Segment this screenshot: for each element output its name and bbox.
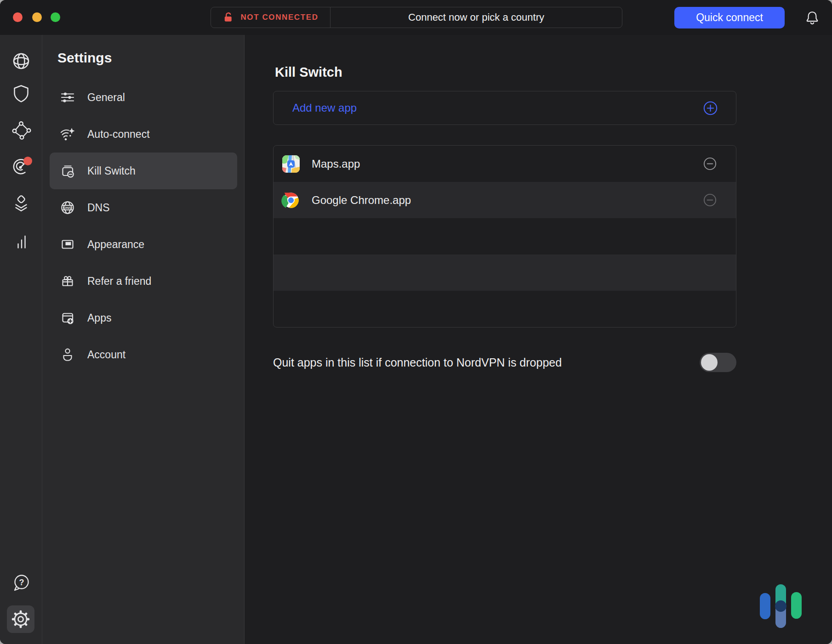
globe-icon [11,51,31,71]
nav-item-refer-a-friend[interactable]: Refer a friend [50,263,237,299]
nav-item-label: Account [87,349,125,361]
empty-list-row [274,291,736,327]
settings-sidebar: Settings General [42,35,245,644]
rail-item-meshnet[interactable] [11,120,31,140]
app-minus-icon [60,163,75,179]
rail-item-settings[interactable] [7,605,34,633]
settings-title: Settings [57,50,112,66]
quit-apps-setting-row: Quit apps in this list if connection to … [273,351,736,374]
connection-status-segment: NOT CONNECTED [211,7,331,28]
zoom-window-button[interactable] [51,12,60,22]
help-icon: ? [11,572,31,593]
nav-item-dns[interactable]: DNS DNS [50,189,237,226]
nordvpn-window: NOT CONNECTED Connect now or pick a coun… [0,0,832,644]
connection-status-text: NOT CONNECTED [240,13,318,22]
window-icon [60,237,75,252]
stats-icon [11,230,31,250]
app-row-google-chrome: Google Chrome.app [274,182,736,218]
rail-item-countries[interactable] [11,51,31,71]
country-picker[interactable]: Connect now or pick a country [331,7,622,28]
minimize-window-button[interactable] [32,12,42,22]
gift-icon [60,273,75,289]
primary-rail: ? [0,35,42,644]
layers-icon [11,193,31,214]
wifi-sparkle-icon [60,126,75,142]
nav-item-account[interactable]: Account [50,336,237,373]
svg-text:?: ? [19,578,24,587]
title-bar: NOT CONNECTED Connect now or pick a coun… [0,0,832,35]
connection-status-bar: NOT CONNECTED Connect now or pick a coun… [211,7,622,28]
rail-item-dark-web-monitor[interactable] [11,157,31,177]
app-name: Maps.app [312,158,360,170]
close-window-button[interactable] [13,12,23,22]
loader-bar-right [791,592,802,619]
quit-apps-toggle-label: Quit apps in this list if connection to … [273,356,562,369]
nav-item-general[interactable]: General [50,79,237,116]
nav-item-apps[interactable]: Apps [50,299,237,336]
nav-item-label: Kill Switch [87,165,136,177]
nav-item-label: DNS [87,202,110,214]
app-plus-icon [60,310,75,326]
rail-item-help[interactable]: ? [11,572,31,593]
app-name: Google Chrome.app [312,194,411,207]
plus-circle-icon [703,101,718,115]
google-chrome-icon [282,192,300,209]
remove-app-icon[interactable] [703,193,717,207]
nav-item-kill-switch[interactable]: Kill Switch [50,153,237,189]
nav-item-label: Apps [87,312,111,324]
apple-maps-icon [282,155,300,173]
remove-app-icon[interactable] [703,157,717,170]
nav-item-label: Auto-connect [87,128,150,141]
svg-text:DNS: DNS [64,206,72,210]
settings-gear-icon [11,609,31,629]
nav-item-label: General [87,91,125,104]
settings-nav: General Auto-connect [42,79,245,373]
mesh-network-icon [11,120,31,140]
loader-bar-left [760,593,770,619]
nav-item-auto-connect[interactable]: Auto-connect [50,116,237,153]
toggle-knob [701,354,718,371]
rail-item-threat-protection[interactable] [11,83,31,103]
dns-globe-icon: DNS [60,200,75,215]
quick-connect-button[interactable]: Quick connect [674,7,785,28]
quit-apps-toggle[interactable] [700,353,736,372]
rail-item-presets[interactable] [11,193,31,214]
shield-icon [11,83,31,103]
rail-item-statistics[interactable] [11,230,31,250]
loader-dot [775,600,786,612]
kill-switch-panel: Kill Switch Add new app [245,35,832,644]
unlocked-padlock-icon [222,11,234,23]
add-new-app-row[interactable]: Add new app [273,91,736,125]
add-new-app-label: Add new app [292,102,357,114]
alert-badge [23,157,32,165]
app-row-maps: Maps.app [274,146,736,182]
empty-list-row [274,218,736,254]
nav-item-appearance[interactable]: Appearance [50,226,237,263]
kill-switch-app-list: Maps.app Google Chrome.app [273,145,736,328]
nav-item-label: Refer a friend [87,275,151,288]
person-icon [60,347,75,362]
sliders-icon [60,90,75,105]
empty-list-row [274,254,736,291]
nav-item-label: Appearance [87,238,144,251]
nordvpn-loader-logo [758,584,803,628]
notifications-bell-icon[interactable] [805,10,820,26]
page-title: Kill Switch [275,65,342,80]
